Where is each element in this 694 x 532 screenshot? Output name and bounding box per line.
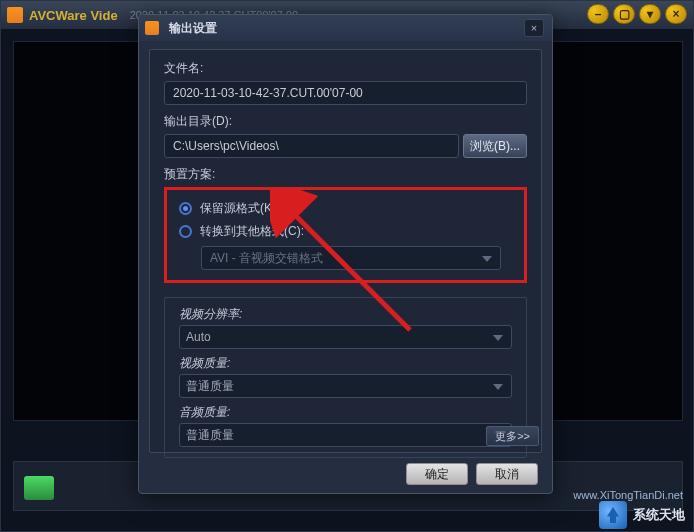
watermark-icon [599,501,627,529]
maximize-button[interactable]: ▢ [613,4,635,24]
video-quality-combo[interactable]: 普通质量 [179,374,512,398]
radio-keep-source-label: 保留源格式(K) [200,200,276,217]
ok-button[interactable]: 确定 [406,463,468,485]
more-button[interactable]: 更多>> [486,426,539,446]
browse-button[interactable]: 浏览(B)... [463,134,527,158]
minimize-button[interactable]: – [587,4,609,24]
outputdir-label: 输出目录(D): [164,113,527,130]
watermark-url: www.XiTongTianDi.net [573,489,683,501]
filename-label: 文件名: [164,60,527,77]
outputdir-input[interactable] [164,134,459,158]
app-icon [7,7,23,23]
window-controls: – ▢ ▾ × [587,4,687,24]
audio-quality-label: 音频质量: [179,404,512,421]
dialog-title: 输出设置 [169,20,217,37]
open-folder-button[interactable] [24,476,54,500]
dialog-footer: 确定 取消 [406,463,538,485]
cancel-button[interactable]: 取消 [476,463,538,485]
advanced-settings: 视频分辨率: Auto 视频质量: 普通质量 音频质量: 普通质量 更多>> [164,297,527,458]
watermark-text: 系统天地 [633,506,685,524]
filename-input[interactable] [164,81,527,105]
audio-quality-combo[interactable]: 普通质量 [179,423,512,447]
close-button[interactable]: × [665,4,687,24]
radio-convert-label: 转换到其他格式(C): [200,223,304,240]
radio-icon [179,202,192,215]
dialog-titlebar: 输出设置 × [139,15,552,41]
resolution-label: 视频分辨率: [179,306,512,323]
output-settings-dialog: 输出设置 × 文件名: 输出目录(D): 浏览(B)... 预置方案: 保留源格… [138,14,553,494]
app-title: AVCWare Vide [29,8,118,23]
resolution-value: Auto [186,330,211,344]
menu-button[interactable]: ▾ [639,4,661,24]
watermark: 系统天地 [599,501,685,529]
resolution-combo[interactable]: Auto [179,325,512,349]
format-combo-value: AVI - 音视频交错格式 [210,250,323,267]
audio-quality-value: 普通质量 [186,427,234,444]
format-combo[interactable]: AVI - 音视频交错格式 [201,246,501,270]
video-quality-label: 视频质量: [179,355,512,372]
preset-label: 预置方案: [164,166,527,183]
radio-icon [179,225,192,238]
dialog-icon [145,21,159,35]
radio-keep-source[interactable]: 保留源格式(K) [179,200,518,217]
preset-highlight-box: 保留源格式(K) 转换到其他格式(C): AVI - 音视频交错格式 [164,187,527,283]
video-quality-value: 普通质量 [186,378,234,395]
radio-convert[interactable]: 转换到其他格式(C): [179,223,518,240]
dialog-body: 文件名: 输出目录(D): 浏览(B)... 预置方案: 保留源格式(K) 转换… [149,49,542,453]
dialog-close-button[interactable]: × [524,19,544,37]
